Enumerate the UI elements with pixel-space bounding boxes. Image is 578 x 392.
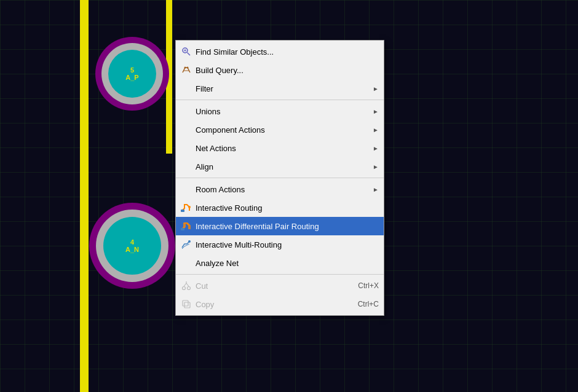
component-actions-label: Component Actions <box>196 125 366 135</box>
menu-item-build-query[interactable]: Build Query... <box>176 61 384 79</box>
svg-point-12 <box>188 287 191 290</box>
filter-icon-empty <box>180 82 193 95</box>
routing-icon <box>180 201 193 214</box>
cut-shortcut: Ctrl+X <box>358 281 379 290</box>
copy-label: Copy <box>196 300 346 309</box>
separator-1 <box>176 100 384 100</box>
interactive-multi-routing-label: Interactive Multi-Routing <box>196 240 379 249</box>
pad-5[interactable]: 5 A_P <box>95 37 169 111</box>
menu-item-cut[interactable]: Cut Ctrl+X <box>176 276 384 295</box>
unions-icon-empty <box>180 104 193 118</box>
copy-shortcut: Ctrl+C <box>358 300 379 308</box>
cut-label: Cut <box>196 281 346 291</box>
align-arrow: ► <box>373 163 379 170</box>
net-actions-arrow: ► <box>373 145 379 152</box>
svg-line-1 <box>188 53 191 56</box>
menu-item-interactive-multi-routing[interactable]: Interactive Multi-Routing <box>176 235 384 254</box>
pad-5-number: 5 <box>130 66 134 74</box>
separator-2 <box>176 178 384 178</box>
svg-point-5 <box>184 67 186 69</box>
svg-point-11 <box>183 287 186 290</box>
unions-arrow: ► <box>373 108 379 115</box>
menu-item-unions[interactable]: Unions ► <box>176 102 384 120</box>
menu-item-analyze-net[interactable]: Analyze Net <box>176 254 384 272</box>
menu-item-net-actions[interactable]: Net Actions ► <box>176 139 384 157</box>
menu-item-component-actions[interactable]: Component Actions ► <box>176 120 384 139</box>
svg-point-7 <box>188 206 191 208</box>
separator-3 <box>176 274 384 275</box>
pad-5-net: A_P <box>125 74 138 81</box>
svg-line-13 <box>184 283 186 286</box>
find-similar-label: Find Similar Objects... <box>196 47 379 57</box>
svg-rect-8 <box>181 210 184 212</box>
multi-routing-icon <box>180 238 193 251</box>
filter-label: Filter <box>196 84 366 93</box>
menu-item-interactive-routing[interactable]: Interactive Routing <box>176 198 384 217</box>
svg-rect-16 <box>184 302 190 308</box>
menu-item-copy[interactable]: Copy Ctrl+C <box>176 295 384 313</box>
unions-label: Unions <box>196 107 366 116</box>
component-actions-arrow: ► <box>373 127 379 133</box>
net-actions-label: Net Actions <box>196 144 366 153</box>
align-label: Align <box>196 162 366 171</box>
menu-item-find-similar[interactable]: Find Similar Objects... <box>176 42 384 61</box>
interactive-routing-label: Interactive Routing <box>196 203 379 213</box>
menu-item-room-actions[interactable]: Room Actions ► <box>176 180 384 198</box>
room-actions-icon-empty <box>180 182 193 196</box>
build-icon <box>180 63 193 77</box>
yellow-trace-left <box>80 0 89 392</box>
svg-rect-9 <box>181 228 184 230</box>
cut-icon <box>180 279 193 292</box>
pad-4-net: A_N <box>125 246 139 253</box>
room-actions-arrow: ► <box>373 186 379 193</box>
menu-item-align[interactable]: Align ► <box>176 157 384 176</box>
find-icon <box>180 45 193 58</box>
net-actions-icon-empty <box>180 141 193 155</box>
pad-4-number: 4 <box>130 238 134 246</box>
align-icon-empty <box>180 160 193 173</box>
diff-routing-icon <box>180 219 193 233</box>
svg-point-10 <box>188 240 191 243</box>
svg-rect-17 <box>183 300 188 306</box>
svg-point-6 <box>187 67 189 69</box>
room-actions-label: Room Actions <box>196 185 366 194</box>
component-actions-icon-empty <box>180 123 193 136</box>
analyze-net-label: Analyze Net <box>196 259 379 268</box>
menu-item-filter[interactable]: Filter ► <box>176 79 384 98</box>
analyze-net-icon-empty <box>180 256 193 270</box>
build-query-label: Build Query... <box>196 66 379 75</box>
filter-arrow: ► <box>373 85 379 92</box>
interactive-diff-routing-label: Interactive Differential Pair Routing <box>196 222 379 231</box>
svg-line-14 <box>186 283 189 286</box>
copy-icon <box>180 297 193 311</box>
pad-4[interactable]: 4 A_N <box>89 203 175 289</box>
menu-item-interactive-diff-routing[interactable]: Interactive Differential Pair Routing <box>176 217 384 235</box>
context-menu: Find Similar Objects... Build Query... F… <box>175 40 384 316</box>
